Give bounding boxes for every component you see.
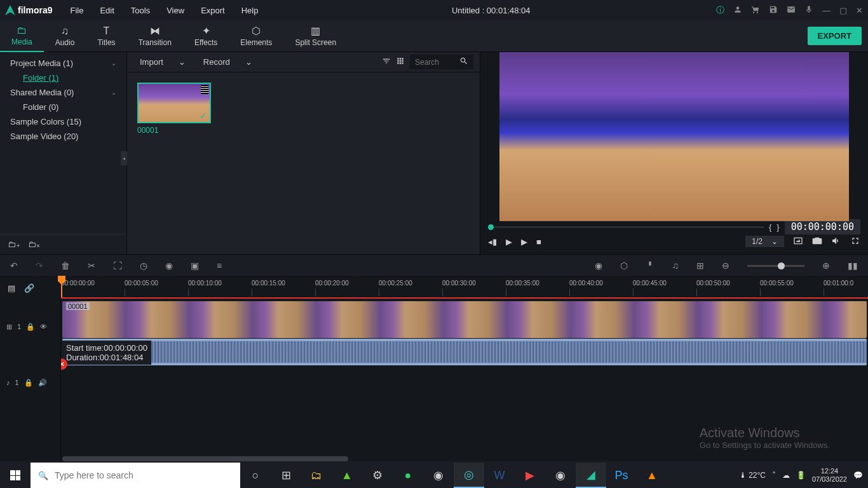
close-button[interactable]: ✕ [856, 6, 863, 15]
audio-track-header[interactable]: ♪ 1 🔒 🔊 [0, 355, 60, 410]
menu-tools[interactable]: Tools [123, 2, 158, 19]
video-track-header[interactable]: ⊞ 1 🔒 👁 [0, 299, 60, 355]
delete-folder-icon[interactable]: 🗀ₓ [28, 240, 40, 249]
cart-icon[interactable] [751, 5, 760, 16]
weather-widget[interactable]: 🌡 22°C [739, 471, 766, 480]
cortana-icon[interactable]: ○ [240, 463, 271, 488]
settings-icon[interactable]: ⚙ [362, 463, 393, 488]
undo-button[interactable]: ↶ [10, 261, 18, 271]
cut-button[interactable]: ✂ [88, 261, 95, 271]
collapse-sidebar-button[interactable]: ◂ [121, 151, 127, 165]
prev-frame-button[interactable]: ◂▮ [488, 237, 497, 247]
lock-icon[interactable]: 🔒 [26, 323, 35, 331]
zoom-in-button[interactable]: ⊕ [822, 261, 830, 271]
search-input[interactable] [415, 58, 459, 67]
tab-effects[interactable]: ✦Effects [183, 20, 229, 52]
tree-shared-media[interactable]: Shared Media (0)⌄ [0, 85, 126, 100]
taskbar-search-input[interactable] [55, 470, 233, 480]
tab-titles[interactable]: TTitles [86, 20, 126, 52]
vlc-icon[interactable]: ▲ [637, 463, 667, 488]
app-icon-2[interactable]: ● [393, 463, 423, 488]
task-view-icon[interactable]: ⊞ [271, 463, 301, 488]
save-icon[interactable] [769, 5, 778, 16]
tree-sample-video[interactable]: Sample Video (20) [0, 129, 126, 144]
account-icon[interactable] [733, 5, 742, 16]
mic-icon[interactable] [804, 5, 813, 16]
record-dropdown[interactable]: Record⌄ [197, 55, 259, 69]
playhead[interactable] [61, 277, 62, 297]
snapshot-icon[interactable] [812, 236, 822, 248]
filter-icon[interactable] [382, 57, 391, 67]
voiceover-button[interactable] [646, 261, 654, 271]
photoshop-icon[interactable]: Ps [606, 463, 637, 488]
tab-media[interactable]: 🗀Media [0, 20, 44, 52]
play-button[interactable]: ▶ [506, 237, 512, 247]
preview-viewport[interactable] [499, 52, 849, 221]
app-icon-4[interactable]: ▶ [515, 463, 545, 488]
timeline-options-button[interactable]: ▮▮ [848, 261, 858, 271]
menu-edit[interactable]: Edit [92, 2, 121, 19]
tab-audio[interactable]: ♫Audio [44, 20, 86, 52]
tree-sample-colors[interactable]: Sample Colors (15) [0, 114, 126, 129]
tree-folder-0[interactable]: Folder (0) [0, 100, 126, 114]
media-clip[interactable]: ✓ 00001 [137, 83, 211, 135]
mute-icon[interactable]: 🔊 [38, 379, 47, 387]
adjust-button[interactable]: ≡ [217, 261, 222, 271]
tab-split-screen[interactable]: ▥Split Screen [283, 20, 348, 52]
minimize-button[interactable]: — [822, 6, 831, 15]
menu-export[interactable]: Export [193, 2, 233, 19]
start-button[interactable] [0, 463, 31, 488]
tree-project-media[interactable]: Project Media (1)⌄ [0, 56, 126, 71]
next-frame-button[interactable]: ▶ [521, 237, 527, 247]
app-icon-3[interactable]: ◉ [423, 463, 454, 488]
visibility-icon[interactable]: 👁 [40, 323, 47, 330]
render-button[interactable]: ◉ [595, 261, 602, 271]
audio-clip[interactable] [62, 339, 867, 365]
timeline-scrollbar[interactable] [62, 456, 348, 461]
green-screen-button[interactable]: ▣ [191, 261, 199, 271]
new-folder-icon[interactable]: 🗀₊ [8, 240, 20, 249]
menu-view[interactable]: View [159, 2, 192, 19]
maximize-button[interactable]: ▢ [839, 6, 847, 15]
mixer-button[interactable]: ♫ [672, 261, 679, 271]
tab-transition[interactable]: ⧓Transition [127, 20, 183, 52]
video-clip[interactable]: 00001 [62, 301, 867, 338]
import-dropdown[interactable]: Import⌄ [133, 55, 192, 69]
mark-out-icon[interactable]: } [776, 222, 779, 232]
message-icon[interactable] [787, 5, 796, 16]
edge-icon[interactable]: ◎ [454, 463, 484, 488]
app-icon-1[interactable]: ▲ [332, 463, 362, 488]
preview-scale-dropdown[interactable]: 1/2⌄ [745, 236, 784, 247]
menu-file[interactable]: File [62, 2, 91, 19]
search-icon[interactable] [459, 57, 468, 67]
app-icon-5[interactable]: ◉ [545, 463, 576, 488]
marker-button[interactable]: ⬡ [620, 261, 628, 271]
search-box[interactable] [410, 55, 473, 69]
stop-button[interactable]: ■ [536, 237, 541, 247]
tray-chevron-icon[interactable]: ˄ [772, 471, 776, 480]
word-icon[interactable]: W [484, 463, 515, 488]
lock-icon[interactable]: 🔒 [24, 379, 33, 387]
timeline-ruler[interactable]: 00:00:00:0000:00:05:0000:00:10:0000:00:1… [61, 277, 868, 299]
export-button[interactable]: EXPORT [808, 27, 862, 45]
color-button[interactable]: ◉ [165, 261, 173, 271]
tray-battery-icon[interactable]: 🔋 [796, 471, 806, 480]
taskbar-search[interactable]: 🔍 [31, 463, 240, 488]
zoom-slider[interactable] [747, 265, 804, 267]
file-explorer-icon[interactable]: 🗂 [301, 463, 332, 488]
menu-help[interactable]: Help [234, 2, 266, 19]
tree-folder-1[interactable]: Folder (1) [0, 71, 126, 85]
filmora-taskbar-icon[interactable]: ◢ [576, 463, 606, 488]
fullscreen-icon[interactable] [850, 236, 860, 248]
delete-button[interactable]: 🗑 [61, 261, 70, 271]
add-track-button[interactable]: ⊞ [696, 261, 704, 271]
volume-icon[interactable] [831, 236, 841, 248]
tray-cloud-icon[interactable]: ☁ [782, 471, 790, 480]
taskbar-clock[interactable]: 12:24 07/03/2022 [812, 467, 847, 484]
notifications-icon[interactable]: 💬 [853, 471, 863, 480]
scrubber-handle[interactable] [488, 224, 494, 230]
mark-in-icon[interactable]: { [769, 222, 771, 232]
info-icon[interactable]: ⓘ [716, 4, 724, 16]
timeline-menu-icon[interactable]: ▤ [8, 283, 15, 293]
zoom-handle[interactable] [778, 262, 785, 269]
